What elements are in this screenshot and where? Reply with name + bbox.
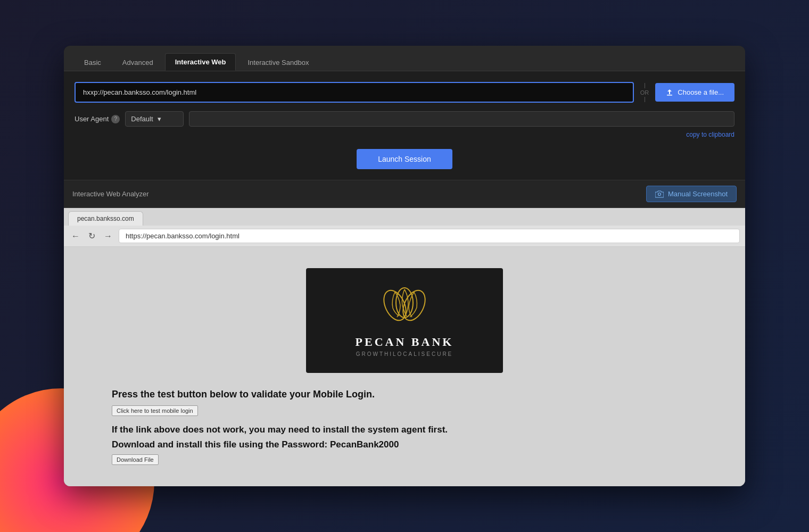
or-line-top [645,83,645,88]
browser-tabs: pecan.banksso.com [64,208,745,226]
tab-basic[interactable]: Basic [75,54,111,71]
browser-tab[interactable]: pecan.banksso.com [68,211,143,226]
page-text-content: Press the test button below to validate … [112,389,697,465]
help-icon[interactable]: ? [111,115,120,123]
analyzer-bar: Interactive Web Analyzer Manual Screensh… [64,180,745,208]
analyzer-title: Interactive Web Analyzer [72,190,149,198]
tab-bar: Basic Advanced Interactive Web Interacti… [64,46,745,71]
tab-interactive-sandbox[interactable]: Interactive Sandbox [238,54,318,71]
tab-advanced[interactable]: Advanced [113,54,163,71]
browser-forward-button[interactable]: → [102,230,114,242]
svg-rect-0 [667,95,672,96]
browser-nav: ← ↻ → [64,226,745,247]
tab-interactive-web[interactable]: Interactive Web [165,53,236,71]
pecan-bank-logo-box: PECAN BANK GROWTHILOCALISECURE [306,268,503,373]
browser-url-bar[interactable] [119,229,740,243]
manual-screenshot-button[interactable]: Manual Screenshot [646,186,737,202]
upload-icon [666,89,673,96]
user-agent-dropdown[interactable]: Default ▾ [125,111,184,127]
browser-reload-button[interactable]: ↻ [86,230,97,242]
pecan-bank-tagline: GROWTHILOCALISECURE [356,351,453,357]
chevron-down-icon: ▾ [158,115,161,123]
browser-content: PECAN BANK GROWTHILOCALISECURE Press the… [64,247,745,486]
launch-session-button[interactable]: Launch Session [357,149,452,169]
svg-point-1 [658,193,661,195]
choose-file-label: Choose a file... [678,88,724,96]
or-divider: OR [640,83,649,102]
user-agent-label: User Agent ? [75,115,120,123]
camera-icon [655,190,664,198]
main-window: Basic Advanced Interactive Web Interacti… [64,46,745,486]
browser-frame: pecan.banksso.com ← ↻ → [64,208,745,486]
download-file-button[interactable]: Download File [112,454,159,465]
browser-back-button[interactable]: ← [69,230,82,242]
or-label: OR [640,89,649,96]
user-agent-text-input[interactable] [189,111,734,127]
user-agent-row: User Agent ? Default ▾ [75,111,734,127]
url-input[interactable] [75,82,634,103]
install-text-line1: If the link above does not work, you may… [112,425,697,435]
pecan-bank-logo-svg [373,284,436,327]
launch-row: Launch Session [75,145,734,171]
mobile-login-button[interactable]: Click here to test mobile login [112,405,198,416]
copy-to-clipboard[interactable]: copy to clipboard [75,131,734,138]
manual-screenshot-label: Manual Screenshot [668,190,728,198]
choose-file-button[interactable]: Choose a file... [655,83,734,102]
control-area: OR Choose a file... User Agent ? Default… [64,71,745,180]
pecan-bank-name: PECAN BANK [356,335,454,349]
press-test-text: Press the test button below to validate … [112,389,697,400]
or-line-bottom [645,97,645,102]
user-agent-default: Default [131,115,153,123]
url-row: OR Choose a file... [75,82,734,103]
install-text-line2: Download and install this file using the… [112,439,697,450]
